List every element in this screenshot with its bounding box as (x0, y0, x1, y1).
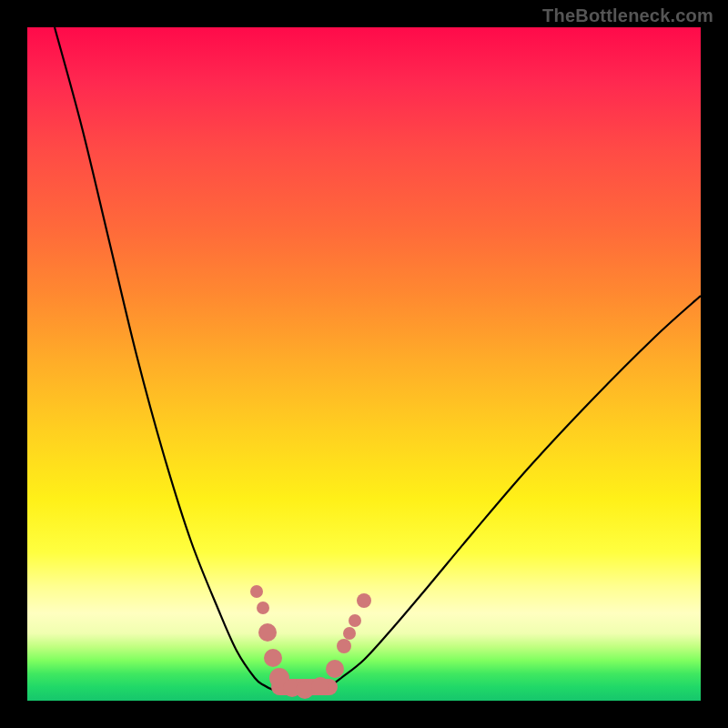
marker-dot (257, 602, 269, 614)
chart-frame: TheBottleneck.com (0, 0, 728, 728)
marker-dot (250, 585, 263, 598)
watermark-text: TheBottleneck.com (542, 5, 713, 26)
marker-dot (326, 660, 344, 678)
marker-dot (296, 681, 314, 699)
marker-dot (311, 677, 329, 695)
marker-dot (357, 593, 371, 608)
marker-dot (264, 649, 282, 667)
marker-dot (337, 639, 351, 653)
marker-dot (258, 623, 277, 642)
marker-dot (343, 627, 356, 640)
chart-svg (27, 27, 701, 701)
marker-dot (349, 614, 361, 627)
right-curve (314, 296, 701, 693)
